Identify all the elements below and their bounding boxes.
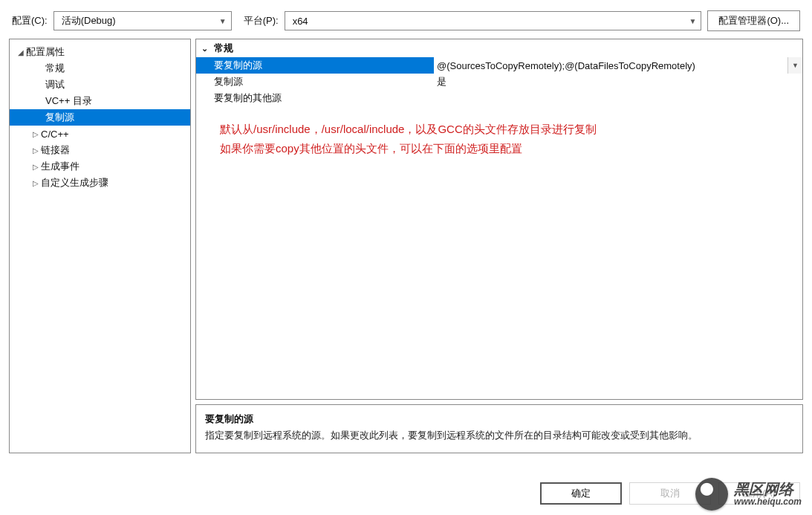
config-value: 活动(Debug) [62,14,116,27]
config-manager-button[interactable]: 配置管理器(O)... [707,10,800,31]
tree-item-custom-build[interactable]: ▷ 自定义生成步骤 [10,175,190,191]
tree-item-debug[interactable]: 调试 [10,77,190,93]
tree-root[interactable]: ◢ 配置属性 [10,44,190,60]
group-header[interactable]: ⌄ 常规 [196,39,802,57]
prop-row-additional-sources[interactable]: 要复制的其他源 [196,90,802,106]
triangle-right-icon: ▷ [30,179,41,187]
config-label: 配置(C): [12,14,48,27]
description-title: 要复制的源 [205,412,793,426]
prop-name: 复制源 [196,74,434,90]
platform-combobox[interactable]: x64 ▼ [285,11,702,30]
tree-item-label: 调试 [45,78,65,91]
chevron-down-icon: ⌄ [199,44,210,54]
ok-button[interactable]: 确定 [540,482,622,505]
tree-item-cpp[interactable]: ▷ C/C++ [10,126,190,142]
tree-item-copy-sources[interactable]: 复制源 [10,109,190,126]
tree-item-label: 生成事件 [41,160,79,173]
tree-item-label: C/C++ [41,129,69,140]
triangle-right-icon: ▷ [30,146,41,155]
tree-item-linker[interactable]: ▷ 链接器 [10,142,190,158]
triangle-right-icon: ▷ [30,130,41,138]
prop-value-text: 是 [437,75,446,88]
annotation-line: 默认从/usr/include，/usr/local/include，以及GCC… [220,120,802,139]
config-combobox[interactable]: 活动(Debug) ▼ [53,11,232,30]
prop-value[interactable]: @(SourcesToCopyRemotely);@(DataFilesToCo… [434,57,802,74]
top-toolbar: 配置(C): 活动(Debug) ▼ 平台(P): x64 ▼ 配置管理器(O)… [0,0,812,39]
tree-item-build-events[interactable]: ▷ 生成事件 [10,158,190,175]
tree-item-vcdirs[interactable]: VC++ 目录 [10,93,190,109]
property-grid: ⌄ 常规 要复制的源 @(SourcesToCopyRemotely);@(Da… [195,39,803,400]
triangle-right-icon: ▷ [30,163,41,171]
tree-item-label: 复制源 [45,111,74,124]
triangle-down-icon: ◢ [16,48,26,56]
prop-row-sources-to-copy[interactable]: 要复制的源 @(SourcesToCopyRemotely);@(DataFil… [196,57,802,74]
tree-item-label: 常规 [45,62,65,75]
platform-value: x64 [293,16,308,27]
description-panel: 要复制的源 指定要复制到远程系统的源。如果更改此列表，要复制到远程系统的文件所在… [195,404,803,453]
tree-item-label: VC++ 目录 [45,94,92,108]
prop-row-copy-sources[interactable]: 复制源 是 [196,74,802,90]
cancel-button[interactable]: 取消 [629,482,711,505]
tree-item-label: 链接器 [41,143,70,157]
prop-name: 要复制的其他源 [196,90,434,106]
dialog-button-bar: 确定 取消 应用(A) [540,482,800,505]
chevron-down-icon: ▼ [219,17,227,25]
prop-value-text: @(SourcesToCopyRemotely);@(DataFilesToCo… [437,60,695,71]
group-label: 常规 [214,42,233,55]
prop-value[interactable]: 是 [434,74,802,90]
tree-item-label: 自定义生成步骤 [41,176,108,190]
annotation-line: 如果你需要copy其他位置的头文件，可以在下面的选项里配置 [220,139,802,158]
tree-root-label: 配置属性 [26,45,65,59]
prop-name: 要复制的源 [196,57,434,74]
chevron-down-icon: ▼ [689,17,696,25]
chevron-down-icon[interactable]: ▼ [787,57,802,74]
prop-value[interactable] [434,90,802,106]
tree-panel: ◢ 配置属性 常规 调试 VC++ 目录 复制源 ▷ C/C++ ▷ 链接器 ▷… [9,39,191,453]
description-body: 指定要复制到远程系统的源。如果更改此列表，要复制到远程系统的文件所在的目录结构可… [205,429,793,442]
tree-item-general[interactable]: 常规 [10,60,190,77]
annotation-text: 默认从/usr/include，/usr/local/include，以及GCC… [196,106,802,158]
platform-label: 平台(P): [244,14,279,27]
apply-button[interactable]: 应用(A) [718,482,800,505]
